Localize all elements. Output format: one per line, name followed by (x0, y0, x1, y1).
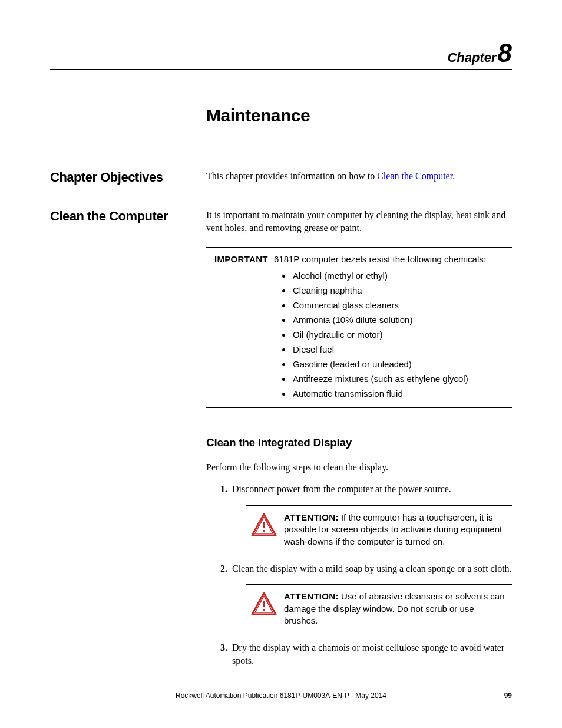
attention-box-1: ATTENTION: If the computer has a touchsc… (246, 505, 512, 554)
important-item: Commercial glass cleaners (292, 298, 512, 312)
chapter-header: Chapter8 (50, 38, 512, 68)
section-body-objectives: This chapter provides information on how… (206, 170, 512, 183)
important-item: Cleaning naphtha (292, 284, 512, 298)
sub-intro: Perform the following steps to clean the… (206, 461, 512, 474)
section-objectives: Chapter Objectives This chapter provides… (50, 170, 512, 185)
clean-computer-link[interactable]: Clean the Computer (377, 171, 452, 181)
clean-intro: It is important to maintain your compute… (206, 209, 512, 234)
important-label: IMPORTANT (206, 252, 274, 401)
warning-icon (246, 512, 282, 539)
attention-label: ATTENTION: (284, 512, 339, 522)
steps-list: Disconnect power from the computer at th… (206, 483, 512, 667)
step-2: Clean the display with a mild soap by us… (230, 562, 512, 633)
attention-2-text: ATTENTION: Use of abrasive cleansers or … (282, 591, 507, 627)
important-item: Oil (hydraulic or motor) (292, 328, 512, 342)
step-1: Disconnect power from the computer at th… (230, 483, 512, 554)
chapter-label: Chapter (447, 50, 496, 65)
page-number: 99 (504, 691, 512, 700)
important-item: Automatic transmission fluid (292, 387, 512, 401)
important-item: Alcohol (methyl or ethyl) (292, 269, 512, 283)
header-rule (50, 69, 512, 70)
svg-rect-0 (263, 522, 265, 528)
important-item: Diesel fuel (292, 342, 512, 357)
important-list: Alcohol (methyl or ethyl) Cleaning napht… (274, 269, 512, 401)
section-heading-clean: Clean the Computer (50, 209, 206, 224)
attention-label: ATTENTION: (284, 591, 339, 601)
section-heading-objectives: Chapter Objectives (50, 170, 206, 185)
attention-box-2: ATTENTION: Use of abrasive cleansers or … (246, 584, 512, 633)
subheading-clean-display: Clean the Integrated Display (206, 435, 512, 450)
svg-rect-3 (263, 609, 265, 611)
section-body-clean: It is important to maintain your compute… (206, 209, 512, 675)
step-3-text: Dry the display with a chamois or moist … (232, 643, 504, 666)
important-item: Antifreeze mixtures (such as ethylene gl… (292, 372, 512, 386)
objectives-intro-prefix: This chapter provides information on how… (206, 171, 377, 181)
step-2-text: Clean the display with a mild soap by us… (232, 564, 512, 574)
warning-icon (246, 591, 282, 618)
objectives-intro-suffix: . (452, 171, 455, 181)
chapter-number: 8 (498, 38, 512, 67)
step-1-text: Disconnect power from the computer at th… (232, 484, 451, 494)
svg-rect-1 (263, 530, 265, 532)
page-title: Maintenance (206, 106, 512, 126)
important-item: Ammonia (10% dilute solution) (292, 313, 512, 327)
svg-rect-2 (263, 601, 265, 607)
attention-1-text: ATTENTION: If the computer has a touchsc… (282, 512, 507, 548)
important-item: Gasoline (leaded or unleaded) (292, 357, 512, 371)
section-clean: Clean the Computer It is important to ma… (50, 209, 512, 675)
important-content: 6181P computer bezels resist the followi… (274, 252, 512, 401)
important-box: IMPORTANT 6181P computer bezels resist t… (206, 247, 512, 408)
footer-publication: Rockwell Automation Publication 6181P-UM… (50, 691, 512, 700)
step-3: Dry the display with a chamois or moist … (230, 641, 512, 667)
important-lead: 6181P computer bezels resist the followi… (274, 252, 512, 266)
page-container: Chapter8 Maintenance Chapter Objectives … (0, 0, 562, 728)
